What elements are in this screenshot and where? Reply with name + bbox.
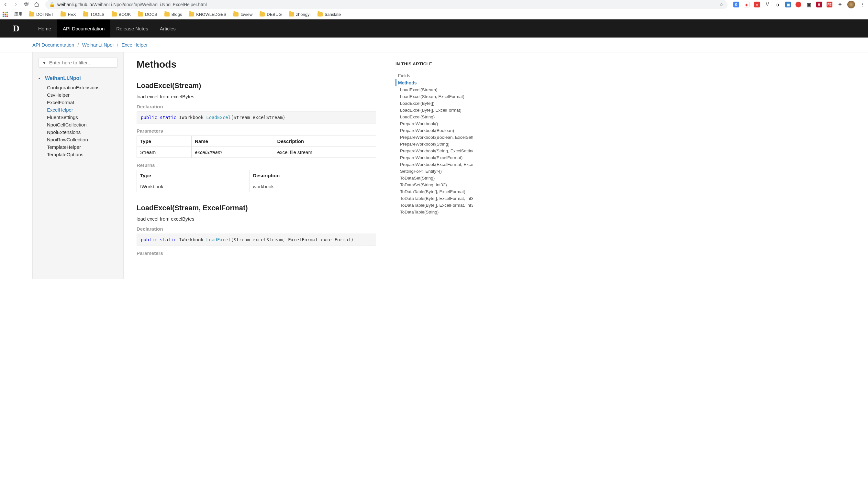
toc-namespace[interactable]: - WeihanLi.Npoi — [39, 75, 118, 81]
table-header: Description — [249, 170, 376, 181]
method-description: load excel from excelBytes — [137, 94, 376, 99]
apps-grid-icon[interactable] — [3, 11, 8, 17]
bookmark-label: DEBUG — [267, 12, 282, 17]
breadcrumb-link[interactable]: ExcelHelper — [122, 42, 148, 48]
rightnav-link[interactable]: ToDataTable(Byte[], ExcelFormat) — [395, 188, 470, 195]
rightnav-section[interactable]: Fields — [395, 72, 470, 79]
toc-item[interactable]: CsvHelper — [47, 91, 118, 99]
toc-item[interactable]: TemplateHelper — [47, 143, 118, 151]
bookmark-item[interactable]: DOTNET — [29, 12, 53, 17]
breadcrumb-link[interactable]: WeihanLi.Npoi — [82, 42, 114, 48]
ext-darkmode-icon[interactable]: ◑ — [775, 2, 780, 7]
profile-avatar[interactable] — [847, 1, 855, 8]
rightnav-link[interactable]: PrepareWorkbook(ExcelFormat) — [395, 154, 470, 161]
ext-image-icon[interactable]: ▣ — [806, 2, 812, 7]
rightnav-link[interactable]: ToDataTable(String) — [395, 208, 470, 216]
ext-icon[interactable]: V — [765, 2, 770, 7]
filter-input[interactable] — [49, 60, 114, 65]
page-title: Methods — [137, 59, 376, 70]
rightnav-section[interactable]: Methods — [395, 79, 470, 87]
bookmark-label: DOTNET — [36, 12, 53, 17]
bookmark-item[interactable]: TOOLS — [83, 12, 104, 17]
ext-record-icon[interactable] — [796, 2, 801, 7]
folder-icon — [317, 12, 323, 17]
nav-tab[interactable]: Home — [32, 19, 57, 38]
filter-box[interactable]: ▼ — [39, 57, 118, 68]
rightnav-link[interactable]: ToDataSet(String) — [395, 175, 470, 181]
bookmark-item[interactable]: FEX — [61, 12, 76, 17]
apps-label[interactable]: 应用 — [14, 11, 23, 17]
returns-label: Returns — [137, 163, 376, 168]
home-icon[interactable] — [34, 2, 40, 7]
bookmark-label: TOOLS — [90, 12, 104, 17]
bookmark-label: BOOK — [119, 12, 131, 17]
rightnav-link[interactable]: LoadExcel(Stream) — [395, 87, 470, 93]
folder-icon — [164, 12, 170, 17]
ext-ublock-icon[interactable]: ⛨ — [816, 2, 822, 7]
toc-item[interactable]: ExcelFormat — [47, 99, 118, 106]
param-type: Stream — [137, 147, 192, 158]
rightnav-link[interactable]: LoadExcel(Byte[]) — [395, 100, 470, 107]
code-block: public static IWorkbook LoadExcel(Stream… — [137, 233, 376, 246]
toc-item[interactable]: NpoiExtensions — [47, 128, 118, 136]
folder-icon — [112, 12, 117, 17]
reload-icon[interactable] — [23, 2, 29, 7]
param-desc: excel file stream — [274, 147, 376, 158]
nav-tab[interactable]: Articles — [154, 19, 182, 38]
extensions-icon[interactable]: ✦ — [837, 2, 843, 7]
rightnav-link[interactable]: ToDataTable(Byte[], ExcelFormat, Int32) — [395, 195, 470, 202]
code-block: public static IWorkbook LoadExcel(Stream… — [137, 111, 376, 124]
nav-tab[interactable]: Release Notes — [111, 19, 154, 38]
forward-icon[interactable] — [13, 2, 19, 7]
rightnav-link[interactable]: PrepareWorkbook(Boolean, ExcelSettin — [395, 134, 470, 141]
ext-icon[interactable]: ▦ — [785, 2, 791, 7]
folder-icon — [233, 12, 239, 17]
bookmark-item[interactable]: Blogs — [164, 12, 182, 17]
nav-tab[interactable]: API Documentation — [57, 19, 111, 38]
bookmark-item[interactable]: toview — [233, 12, 252, 17]
star-icon[interactable]: ☆ — [720, 2, 724, 7]
rightnav-link[interactable]: PrepareWorkbook(ExcelFormat, ExcelSe — [395, 161, 470, 168]
bookmark-label: toview — [240, 12, 252, 17]
ext-icon[interactable]: ◐ — [744, 2, 750, 7]
declaration-label: Declaration — [137, 226, 376, 231]
rightnav-link[interactable]: ToDataSet(String, Int32) — [395, 181, 470, 188]
extension-icons: G ◐ ≡ V ◑ ▦ ▣ ⛨ FE ✦ ⋮ — [733, 1, 865, 8]
menu-icon[interactable]: ⋮ — [860, 2, 865, 7]
bookmark-item[interactable]: BOOK — [112, 12, 131, 17]
rightnav-link[interactable]: PrepareWorkbook(Boolean) — [395, 127, 470, 134]
rightnav-link[interactable]: SettingFor<TEntity>() — [395, 168, 470, 175]
bookmark-label: DOCS — [145, 12, 157, 17]
brand-logo[interactable]: D — [0, 19, 32, 38]
toc-item[interactable]: NpoiRowCollection — [47, 136, 118, 143]
table-header: Type — [137, 170, 250, 181]
rightnav-link[interactable]: PrepareWorkbook(String) — [395, 141, 470, 148]
back-icon[interactable] — [3, 2, 8, 7]
bookmark-item[interactable]: translate — [317, 12, 341, 17]
table-header: Name — [192, 136, 274, 147]
rightnav-link[interactable]: PrepareWorkbook(String, ExcelSetting) — [395, 148, 470, 154]
ext-icon[interactable]: ≡ — [754, 2, 760, 7]
rightnav-link[interactable]: LoadExcel(Stream, ExcelFormat) — [395, 93, 470, 100]
rightnav-link[interactable]: ToDataTable(Byte[], ExcelFormat, Int32, — [395, 202, 470, 208]
rightnav-link[interactable]: LoadExcel(String) — [395, 114, 470, 120]
address-bar[interactable]: 🔒 weihanli.github.io/WeihanLi.Npoi/docs/… — [45, 0, 727, 9]
folder-icon — [61, 12, 66, 17]
toc-item[interactable]: NpoiCellCollection — [47, 121, 118, 128]
toc-item[interactable]: TemplateOptions — [47, 151, 118, 158]
bookmark-item[interactable]: KNOWLEDGES — [189, 12, 226, 17]
breadcrumb-link[interactable]: API Documentation — [32, 42, 74, 48]
toc-item[interactable]: FluentSettings — [47, 114, 118, 121]
bookmark-label: KNOWLEDGES — [196, 12, 226, 17]
toc-item[interactable]: ConfigurationExtensions — [47, 84, 118, 91]
folder-icon — [260, 12, 265, 17]
rightnav-link[interactable]: LoadExcel(Byte[], ExcelFormat) — [395, 107, 470, 114]
ext-translate-icon[interactable]: G — [733, 2, 739, 7]
toc-item[interactable]: ExcelHelper — [47, 106, 118, 114]
ext-icon[interactable]: FE — [826, 2, 833, 7]
collapse-icon[interactable]: - — [39, 76, 42, 81]
bookmark-item[interactable]: DOCS — [138, 12, 157, 17]
bookmark-item[interactable]: DEBUG — [260, 12, 282, 17]
bookmark-item[interactable]: zhongyi — [289, 12, 311, 17]
rightnav-link[interactable]: PrepareWorkbook() — [395, 120, 470, 127]
